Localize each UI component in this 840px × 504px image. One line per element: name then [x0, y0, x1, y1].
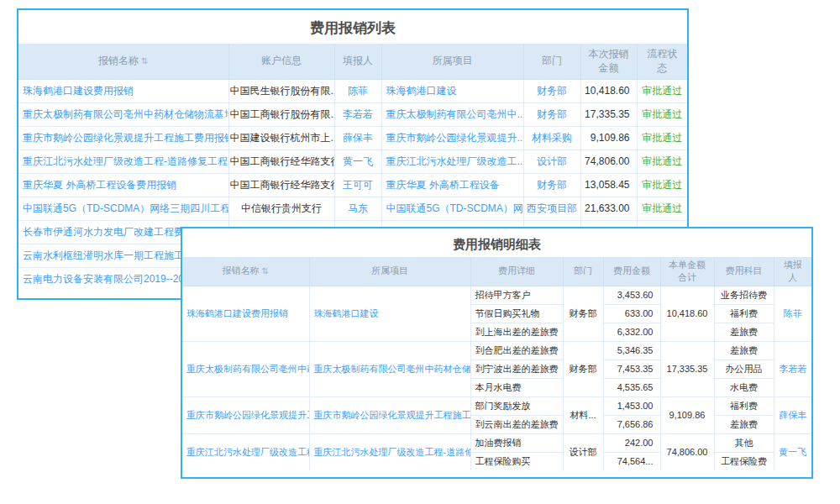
- expense-amount: 6,332.00: [603, 323, 660, 341]
- header-account-info: 账户信息: [228, 44, 334, 79]
- account-info: 中国建设银行杭州市上...: [228, 126, 334, 150]
- expense-name-link[interactable]: 重庆江北污水处理厂级改造工程-道路修复工程费用...: [18, 150, 228, 173]
- filler-link[interactable]: 李若若: [774, 341, 811, 396]
- amount-value: 17,335.35: [580, 102, 637, 126]
- expense-amount: 7,453.35: [603, 360, 660, 378]
- expense-name-link[interactable]: 重庆太极制药有限公司亳州中药材仓储物流基地项...: [18, 102, 228, 126]
- expense-detail: 工程保险购买: [470, 452, 563, 470]
- expense-amount: 1,453.00: [603, 396, 660, 415]
- project-link[interactable]: 珠海鹤港口建设: [309, 286, 470, 341]
- department-link[interactable]: 西安项目部: [523, 197, 580, 220]
- project-link[interactable]: 中国联通5G（TD-SCDMA）网...: [381, 197, 523, 220]
- header-flow-status: 流程状态: [637, 44, 687, 79]
- expense-detail: 部门奖励发放: [470, 396, 563, 415]
- header-expense-name-label: 报销名称: [98, 55, 139, 66]
- header-project: 所属项目: [309, 257, 470, 286]
- expense-name-link[interactable]: 重庆华夏 外高桥工程设备费用报销: [18, 173, 228, 197]
- department-link[interactable]: 材料采购: [523, 126, 580, 150]
- expense-detail: 本月水电费: [470, 378, 563, 396]
- table-row: 中国联通5G（TD-SCDMA）网络三期四川工程费... 中信银行贵州支行 马东…: [18, 197, 687, 220]
- header-filler: 填报人: [334, 44, 381, 79]
- expense-detail-title: 费用报销明细表: [182, 228, 811, 257]
- expense-category: 差旅费: [714, 415, 774, 433]
- account-info: 中国工商银行经华路支行: [228, 173, 334, 197]
- flow-status: 审批通过: [637, 173, 687, 197]
- filler-link[interactable]: 王可可: [334, 173, 381, 197]
- expense-name-link[interactable]: 重庆江北污水处理厂级改造工程-道路修复工程费用报销: [182, 433, 309, 470]
- filler-link[interactable]: 黄一飞: [774, 433, 811, 470]
- header-department: 部门: [523, 44, 580, 79]
- expense-amount: 242.00: [603, 433, 660, 452]
- expense-name-link[interactable]: 中国联通5G（TD-SCDMA）网络三期四川工程费...: [18, 197, 228, 220]
- expense-category: 差旅费: [714, 323, 774, 341]
- expense-name-link[interactable]: 重庆市鹅岭公园绿化景观提升工程施工费用报销: [182, 396, 309, 433]
- flow-status: 审批通过: [637, 197, 687, 220]
- table-row: 重庆江北污水处理厂级改造工程-道路修复工程费用报销 重庆江北污水处理厂级改造工程…: [182, 433, 811, 452]
- filler-link[interactable]: 马东: [334, 197, 381, 220]
- header-filler: 填报人: [774, 257, 811, 286]
- filler-link[interactable]: 陈菲: [334, 79, 381, 102]
- amount-value: 9,109.86: [580, 126, 637, 150]
- table-row: 珠海鹤港口建设费用报销 中国民生银行股份有限... 陈菲 珠海鹤港口建设 财务部…: [18, 79, 687, 102]
- expense-name-link[interactable]: 重庆市鹅岭公园绿化景观提升工程施工费用报销: [18, 126, 228, 150]
- total-amount: 9,109.86: [660, 396, 714, 433]
- expense-category: 福利费: [714, 396, 774, 415]
- department-link[interactable]: 财务部: [523, 79, 580, 102]
- project-link[interactable]: 珠海鹤港口建设: [381, 79, 523, 102]
- project-link[interactable]: 重庆江北污水处理厂级改造工...: [381, 150, 523, 173]
- filler-link[interactable]: 薛保丰: [334, 126, 381, 150]
- expense-name-link[interactable]: 珠海鹤港口建设费用报销: [18, 79, 228, 102]
- table-row: 重庆市鹅岭公园绿化景观提升工程施工费用报销 中国建设银行杭州市上... 薛保丰 …: [18, 126, 687, 150]
- table-row: 重庆太极制药有限公司亳州中药材仓储物流基地项... 中国工商银行股份有限... …: [18, 102, 687, 126]
- header-expense-name[interactable]: 报销名称⇅: [182, 257, 309, 286]
- department-link[interactable]: 财务部: [523, 102, 580, 126]
- amount-value: 74,806.00: [580, 150, 637, 173]
- department-link[interactable]: 设计部: [523, 150, 580, 173]
- filler-link[interactable]: 李若若: [334, 102, 381, 126]
- department-link[interactable]: 财务部: [523, 173, 580, 197]
- header-expense-detail: 费用详细: [470, 257, 563, 286]
- header-expense-name[interactable]: 报销名称⇅: [18, 44, 228, 79]
- expense-amount: 5,346.35: [603, 341, 660, 360]
- flow-status: 审批通过: [637, 79, 687, 102]
- project-link[interactable]: 重庆太极制药有限公司亳州中药材仓储物流基地项目: [309, 341, 470, 396]
- total-amount: 74,806.00: [660, 433, 714, 470]
- expense-category: 水电费: [714, 378, 774, 396]
- department: 财务部: [563, 286, 603, 341]
- expense-detail: 招待甲方客户: [470, 286, 563, 304]
- flow-status: 审批通过: [637, 102, 687, 126]
- expense-name-link[interactable]: 重庆太极制药有限公司亳州中药材仓储物流基地项目费用报销: [182, 341, 309, 396]
- filler-link[interactable]: 陈菲: [774, 286, 811, 341]
- amount-value: 10,418.60: [580, 79, 637, 102]
- sort-icon[interactable]: ⇅: [141, 56, 148, 66]
- expense-detail-card: 费用报销明细表 报销名称⇅ 所属项目 费用详细 部门 费用金额 本单金额合计 费…: [181, 227, 813, 479]
- table-row: 重庆江北污水处理厂级改造工程-道路修复工程费用... 中国工商银行经华路支行 黄…: [18, 150, 687, 173]
- table-row: 重庆市鹅岭公园绿化景观提升工程施工费用报销 重庆市鹅岭公园绿化景观提升工程施工 …: [182, 396, 811, 415]
- table-row: 重庆太极制药有限公司亳州中药材仓储物流基地项目费用报销 重庆太极制药有限公司亳州…: [182, 341, 811, 360]
- project-link[interactable]: 重庆市鹅岭公园绿化景观提升...: [381, 126, 523, 150]
- project-link[interactable]: 重庆华夏 外高桥工程设备: [381, 173, 523, 197]
- expense-amount: 4,535.65: [603, 378, 660, 396]
- account-info: 中国民生银行股份有限...: [228, 79, 334, 102]
- account-info: 中国工商银行股份有限...: [228, 102, 334, 126]
- expense-name-link[interactable]: 珠海鹤港口建设费用报销: [182, 286, 309, 341]
- list-header-row: 报销名称⇅ 账户信息 填报人 所属项目 部门 本次报销金额 流程状态: [18, 44, 687, 79]
- header-project: 所属项目: [381, 44, 523, 79]
- expense-detail: 节假日购买礼物: [470, 304, 563, 323]
- expense-detail: 到云南出差的差旅费: [470, 415, 563, 433]
- project-link[interactable]: 重庆太极制药有限公司亳州中...: [381, 102, 523, 126]
- project-link[interactable]: 重庆市鹅岭公园绿化景观提升工程施工: [309, 396, 470, 433]
- expense-detail: 到合肥出差的差旅费: [470, 341, 563, 360]
- filler-link[interactable]: 薛保丰: [774, 396, 811, 433]
- expense-category: 其他: [714, 433, 774, 452]
- expense-list-title: 费用报销列表: [18, 10, 687, 44]
- account-info: 中信银行贵州支行: [228, 197, 334, 220]
- filler-link[interactable]: 黄一飞: [334, 150, 381, 173]
- department: 财务部: [563, 341, 603, 396]
- sort-icon[interactable]: ⇅: [262, 266, 269, 276]
- expense-category: 差旅费: [714, 341, 774, 360]
- project-link[interactable]: 重庆江北污水处理厂级改造工程-道路修复工程: [309, 433, 470, 470]
- amount-value: 21,633.00: [580, 197, 637, 220]
- expense-detail: 到宁波出差的差旅费: [470, 360, 563, 378]
- expense-amount: 7,656.86: [603, 415, 660, 433]
